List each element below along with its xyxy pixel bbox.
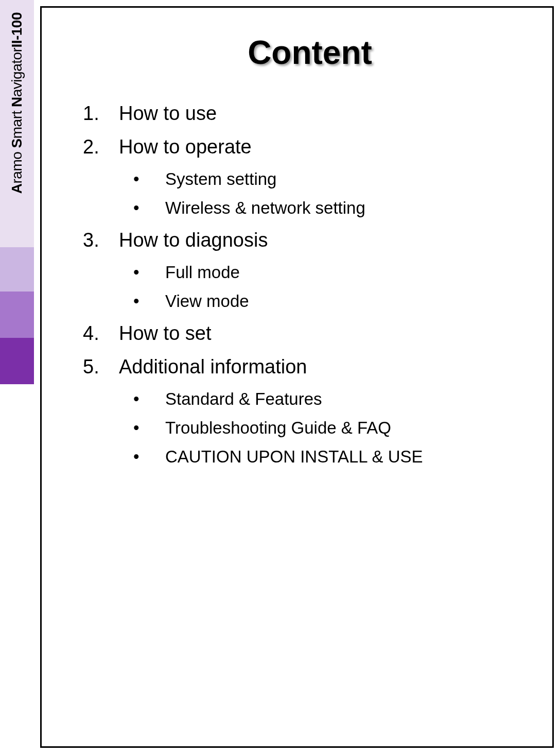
sidebar-color-block-2 (0, 292, 34, 338)
toc-number: 3. (83, 229, 119, 251)
sidebar-color-block-1 (0, 247, 34, 292)
toc-item: 3. How to diagnosis (83, 229, 537, 251)
toc-label: How to use (119, 102, 217, 125)
toc-sublabel: Full mode (165, 263, 240, 282)
bullet-icon: • (129, 447, 165, 467)
toc-item: 4. How to set (83, 322, 537, 345)
sidebar-brand-text: Aramo Smart NavigatorII-100 (9, 12, 25, 194)
page-title: Content (83, 33, 537, 72)
toc-sublabel: View mode (165, 292, 249, 311)
toc-subitem: • View mode (129, 292, 537, 311)
bullet-icon: • (129, 292, 165, 311)
toc-sublabel: System setting (165, 169, 276, 189)
bullet-icon: • (129, 198, 165, 218)
toc-label: How to operate (119, 136, 252, 158)
page-frame: Content 1. How to use 2. How to operate … (40, 6, 554, 748)
toc-subitem: • Standard & Features (129, 389, 537, 409)
bullet-icon: • (129, 169, 165, 189)
toc-sublist: • Standard & Features • Troubleshooting … (129, 389, 537, 467)
toc-sublabel: Wireless & network setting (165, 198, 365, 218)
bullet-icon: • (129, 389, 165, 409)
toc-subitem: • System setting (129, 169, 537, 189)
toc-item: 1. How to use (83, 102, 537, 125)
toc-list: 1. How to use 2. How to operate • System… (83, 102, 537, 467)
toc-subitem: • Wireless & network setting (129, 198, 537, 218)
toc-label: Additional information (119, 356, 307, 378)
toc-sublabel: Troubleshooting Guide & FAQ (165, 418, 391, 438)
toc-subitem: • Troubleshooting Guide & FAQ (129, 418, 537, 438)
toc-sublabel: CAUTION UPON INSTALL & USE (165, 447, 423, 467)
toc-sublabel: Standard & Features (165, 389, 322, 409)
toc-sublist: • System setting • Wireless & network se… (129, 169, 537, 218)
toc-number: 2. (83, 136, 119, 158)
sidebar-color-block-3 (0, 338, 34, 384)
toc-label: How to set (119, 322, 212, 345)
toc-number: 5. (83, 356, 119, 378)
sidebar: Aramo Smart NavigatorII-100 (0, 0, 34, 754)
bullet-icon: • (129, 263, 165, 282)
toc-sublist: • Full mode • View mode (129, 263, 537, 311)
toc-label: How to diagnosis (119, 229, 268, 251)
bullet-icon: • (129, 418, 165, 438)
toc-number: 4. (83, 322, 119, 345)
sidebar-brand-block: Aramo Smart NavigatorII-100 (0, 0, 34, 247)
toc-number: 1. (83, 102, 119, 125)
toc-subitem: • CAUTION UPON INSTALL & USE (129, 447, 537, 467)
toc-item: 5. Additional information (83, 356, 537, 378)
toc-item: 2. How to operate (83, 136, 537, 158)
toc-subitem: • Full mode (129, 263, 537, 282)
